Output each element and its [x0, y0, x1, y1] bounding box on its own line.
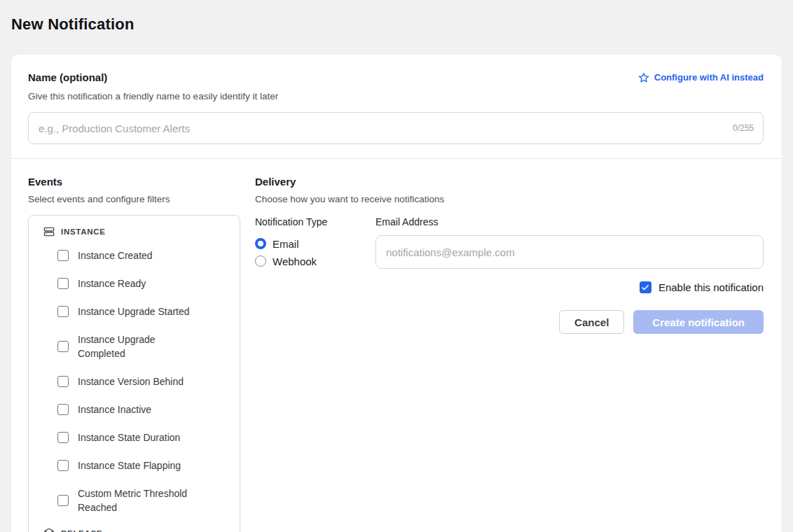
- event-item-instance-upgrade-completed[interactable]: Instance Upgrade Completed: [57, 332, 231, 360]
- event-item-custom-metric-threshold[interactable]: Custom Metric Threshold Reached: [57, 486, 231, 514]
- checkbox-instance-state-duration[interactable]: [57, 432, 69, 443]
- checkbox-instance-ready[interactable]: [57, 278, 69, 289]
- configure-with-ai-label: Configure with AI instead: [654, 72, 764, 83]
- event-group-label: INSTANCE: [61, 227, 106, 236]
- events-title: Events: [28, 176, 240, 188]
- name-section: Name (optional) Configure with AI instea…: [11, 55, 782, 158]
- event-item-instance-inactive[interactable]: Instance Inactive: [57, 402, 231, 416]
- events-list-box: INSTANCE Instance Created Instance Ready: [28, 215, 240, 532]
- checkbox-instance-inactive[interactable]: [57, 404, 69, 415]
- name-input-wrapper: 0/255: [28, 112, 764, 144]
- notification-type-block: Notification Type Email Webhook: [255, 216, 375, 268]
- notification-type-label: Notification Type: [255, 216, 375, 227]
- star-icon: [638, 72, 649, 83]
- notification-type-radio-group: Email Webhook: [255, 237, 375, 268]
- event-item-instance-ready[interactable]: Instance Ready: [57, 276, 231, 290]
- event-group-label: RELEASE: [61, 529, 102, 532]
- radio-option-email[interactable]: Email: [255, 237, 375, 251]
- page-title: New Notification: [11, 15, 782, 34]
- checkbox-instance-state-flapping[interactable]: [57, 460, 69, 471]
- event-group-header-release: RELEASE: [37, 528, 231, 532]
- checkbox-instance-version-behind[interactable]: [57, 376, 69, 387]
- event-item-instance-state-duration[interactable]: Instance State Duration: [57, 430, 231, 444]
- email-address-block: Email Address: [375, 216, 764, 269]
- radio-webhook[interactable]: [255, 255, 266, 267]
- delivery-subtitle: Choose how you want to receive notificat…: [255, 194, 764, 204]
- checkbox-instance-upgrade-completed[interactable]: [57, 341, 69, 352]
- email-address-label: Email Address: [375, 216, 764, 227]
- event-item-instance-upgrade-started[interactable]: Instance Upgrade Started: [57, 304, 231, 318]
- checkbox-custom-metric-threshold[interactable]: [57, 495, 69, 506]
- radio-email[interactable]: [255, 238, 266, 249]
- event-group-header-instance: INSTANCE: [37, 226, 231, 237]
- delivery-title: Delivery: [255, 176, 764, 188]
- form-body: Events Select events and configure filte…: [11, 159, 782, 532]
- event-item-instance-created[interactable]: Instance Created: [57, 248, 231, 262]
- radio-option-webhook[interactable]: Webhook: [255, 254, 375, 268]
- create-notification-button[interactable]: Create notification: [633, 310, 764, 334]
- notification-form-card: Name (optional) Configure with AI instea…: [11, 55, 782, 532]
- events-column: Events Select events and configure filte…: [28, 176, 240, 532]
- configure-with-ai-link[interactable]: Configure with AI instead: [638, 72, 764, 83]
- email-address-input[interactable]: [375, 235, 764, 269]
- enable-notification-toggle[interactable]: Enable this notification: [255, 281, 764, 293]
- delivery-column: Delivery Choose how you want to receive …: [255, 176, 764, 334]
- name-label: Name (optional): [28, 71, 107, 83]
- server-icon: [43, 226, 55, 237]
- event-item-instance-state-flapping[interactable]: Instance State Flapping: [57, 458, 231, 472]
- instance-event-list: Instance Created Instance Ready Instance…: [37, 248, 231, 514]
- cancel-button[interactable]: Cancel: [559, 310, 624, 334]
- events-subtitle: Select events and configure filters: [28, 194, 240, 204]
- enable-notification-checkbox[interactable]: [640, 281, 651, 293]
- enable-notification-label: Enable this notification: [658, 281, 764, 293]
- package-icon: [43, 528, 55, 532]
- new-notification-page: New Notification Name (optional) Configu…: [0, 0, 793, 532]
- name-input[interactable]: [28, 112, 764, 144]
- event-item-instance-version-behind[interactable]: Instance Version Behind: [57, 374, 231, 388]
- char-counter: 0/255: [733, 123, 754, 133]
- form-actions: Cancel Create notification: [255, 310, 764, 334]
- checkbox-instance-created[interactable]: [57, 250, 69, 261]
- name-description: Give this notification a friendly name t…: [28, 91, 764, 102]
- checkbox-instance-upgrade-started[interactable]: [57, 306, 69, 317]
- delivery-form: Notification Type Email Webhook: [255, 216, 764, 269]
